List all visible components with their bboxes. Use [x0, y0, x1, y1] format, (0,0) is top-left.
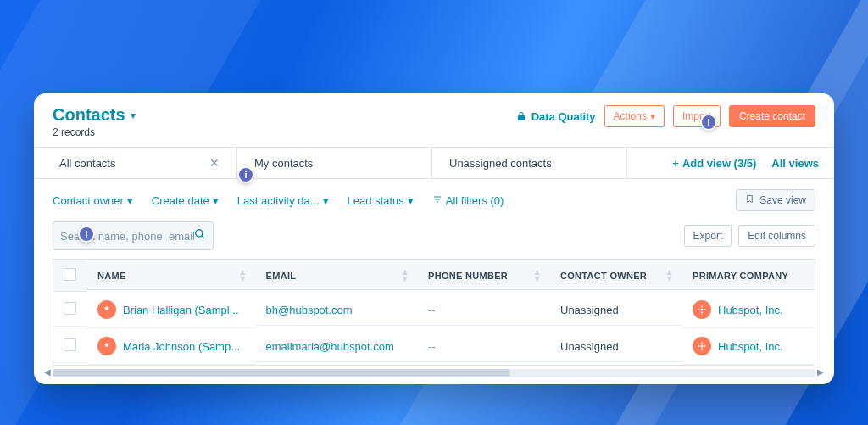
sort-icon: ▲▼	[238, 269, 247, 282]
svg-point-3	[196, 230, 203, 237]
select-all-checkbox[interactable]	[64, 268, 76, 281]
horizontal-scrollbar[interactable]: ◀ ▶	[53, 369, 815, 377]
lock-icon	[516, 111, 526, 121]
toolbar-right: Export Edit columns	[684, 225, 815, 247]
cell-phone: --	[418, 332, 550, 362]
sort-icon: ▲▼	[401, 269, 409, 282]
data-quality-label: Data Quality	[531, 110, 596, 123]
export-button[interactable]: Export	[684, 225, 732, 247]
filter-label: All filters (0)	[446, 194, 504, 207]
contact-name: Brian Halligan (Sampl...	[123, 304, 239, 316]
filter-last-activity[interactable]: Last activity da... ▾	[237, 194, 329, 207]
create-contact-button[interactable]: Create contact	[729, 105, 815, 127]
cell-phone: --	[418, 295, 550, 326]
row-select-cell	[53, 330, 87, 363]
filter-contact-owner[interactable]: Contact owner ▾	[53, 194, 133, 207]
avatar	[97, 337, 116, 355]
cell-name[interactable]: Brian Halligan (Sampl...	[87, 292, 256, 328]
cell-owner: Unassigned	[550, 332, 682, 362]
save-view-label: Save view	[760, 194, 806, 206]
actions-button[interactable]: Actions ▾	[604, 105, 665, 127]
col-label: CONTACT OWNER	[560, 271, 647, 281]
search-icon	[194, 228, 206, 243]
svg-point-9	[701, 312, 703, 314]
svg-point-12	[704, 345, 706, 347]
cell-email[interactable]: bh@hubspot.com	[256, 295, 418, 326]
cell-email[interactable]: emailmaria@hubspot.com	[256, 332, 418, 362]
table-row: Brian Halligan (Sampl... bh@hubspot.com …	[53, 292, 815, 328]
col-owner[interactable]: CONTACT OWNER ▲▼	[550, 262, 682, 290]
tab-my-contacts[interactable]: My contacts	[237, 148, 432, 178]
add-view-label: Add view (3/5)	[682, 157, 756, 170]
contact-name: Maria Johnson (Samp...	[123, 340, 240, 353]
tab-all-contacts[interactable]: All contacts ✕	[42, 148, 237, 178]
contacts-card: Contacts ▾ 2 records Data Quality Action…	[34, 93, 834, 384]
filter-all-filters[interactable]: All filters (0)	[432, 194, 504, 207]
company-name: Hubspot, Inc.	[718, 304, 783, 316]
filter-create-date[interactable]: Create date ▾	[152, 194, 219, 207]
add-view-link[interactable]: + Add view (3/5)	[672, 157, 756, 170]
col-label: PHONE NUMBER	[428, 271, 508, 281]
svg-line-4	[202, 236, 204, 238]
edit-columns-button[interactable]: Edit columns	[738, 225, 815, 247]
col-label: PRIMARY COMPANY	[693, 271, 788, 281]
cell-company[interactable]: Hubspot, Inc.	[682, 292, 815, 328]
caret-down-icon: ▾	[127, 194, 133, 207]
col-name[interactable]: NAME ▲▼	[87, 262, 256, 290]
data-quality-link[interactable]: Data Quality	[516, 110, 596, 123]
cell-company[interactable]: Hubspot, Inc.	[682, 328, 815, 365]
save-view-button[interactable]: Save view	[736, 189, 815, 211]
sort-icon: ▲▼	[533, 269, 542, 282]
col-phone[interactable]: PHONE NUMBER ▲▼	[418, 262, 550, 290]
all-views-label: All views	[771, 157, 819, 170]
actions-label: Actions	[614, 110, 647, 122]
header-right: Data Quality Actions ▾ Import Create con…	[516, 105, 815, 127]
company-name: Hubspot, Inc.	[718, 340, 783, 353]
all-views-link[interactable]: All views	[771, 157, 819, 170]
row-checkbox[interactable]	[64, 302, 76, 315]
title-dropdown[interactable]: Contacts ▾	[53, 105, 136, 125]
select-all-cell	[53, 260, 87, 292]
company-avatar	[693, 337, 711, 355]
tabs-right: + Add view (3/5) All views	[657, 148, 834, 178]
search-input-wrap[interactable]	[53, 221, 214, 250]
contacts-table: NAME ▲▼ EMAIL ▲▼ PHONE NUMBER ▲▼ CONTACT…	[53, 259, 815, 366]
filter-icon	[432, 194, 442, 207]
cell-name[interactable]: Maria Johnson (Samp...	[87, 328, 256, 365]
filter-bar: Contact owner ▾ Create date ▾ Last activ…	[34, 179, 834, 221]
info-badge[interactable]: i	[700, 114, 717, 131]
tab-label: My contacts	[254, 157, 313, 170]
tab-unassigned-contacts[interactable]: Unassigned contacts	[432, 148, 627, 178]
row-select-cell	[53, 294, 87, 327]
scroll-left-icon[interactable]: ◀	[44, 367, 51, 377]
view-tabs: All contacts ✕ My contacts Unassigned co…	[34, 147, 834, 179]
table-header-row: NAME ▲▼ EMAIL ▲▼ PHONE NUMBER ▲▼ CONTACT…	[53, 260, 815, 292]
plus-icon: +	[672, 157, 679, 170]
svg-point-8	[701, 306, 703, 308]
caret-down-icon: ▾	[408, 194, 414, 207]
col-label: NAME	[97, 271, 126, 281]
scroll-right-icon[interactable]: ▶	[817, 367, 824, 377]
scrollbar-thumb[interactable]	[53, 369, 510, 377]
info-badge[interactable]: i	[78, 226, 95, 243]
company-avatar	[693, 300, 711, 319]
svg-point-7	[704, 309, 706, 310]
filter-label: Contact owner	[53, 194, 124, 207]
svg-point-10	[701, 345, 704, 348]
record-count: 2 records	[53, 126, 136, 138]
svg-point-11	[698, 345, 700, 347]
filter-lead-status[interactable]: Lead status ▾	[348, 194, 414, 207]
svg-point-13	[701, 343, 703, 344]
svg-point-14	[701, 349, 703, 350]
table-toolbar: Export Edit columns	[34, 221, 834, 259]
close-icon[interactable]: ✕	[209, 156, 220, 170]
col-email[interactable]: EMAIL ▲▼	[256, 262, 418, 290]
col-company[interactable]: PRIMARY COMPANY	[682, 262, 815, 290]
filter-label: Last activity da...	[237, 194, 320, 207]
info-badge[interactable]: i	[237, 166, 254, 183]
svg-point-6	[698, 309, 700, 310]
header-left: Contacts ▾ 2 records	[53, 105, 136, 138]
row-checkbox[interactable]	[64, 338, 76, 351]
avatar	[97, 300, 116, 319]
filter-label: Create date	[152, 194, 209, 207]
